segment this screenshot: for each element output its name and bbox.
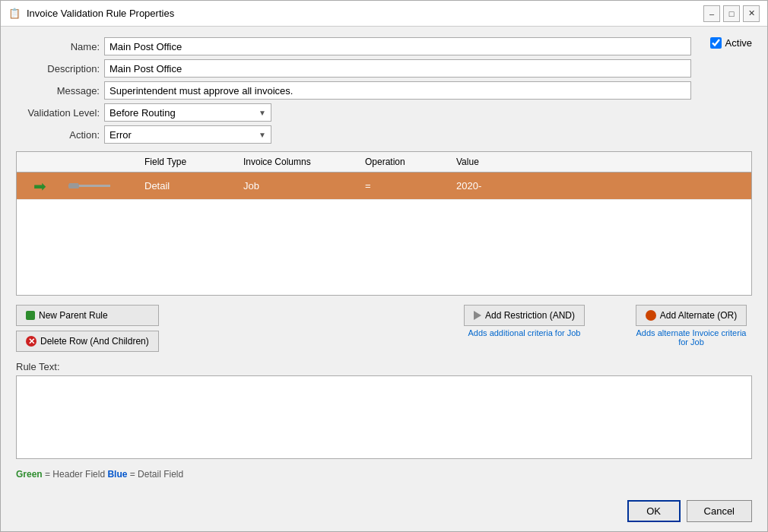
cancel-button[interactable]: Cancel [687, 500, 752, 522]
action-buttons-row: New Parent Rule ✕ Delete Row (And Childr… [16, 305, 752, 352]
add-alternate-hint: Adds alternate Invoice criteria for Job [630, 328, 752, 347]
col-header-fieldtype: Field Type [138, 155, 237, 169]
validation-level-dropdown[interactable]: Before Routing ▼ [104, 103, 271, 122]
active-label: Active [725, 37, 752, 49]
legend-blue-label: Blue [107, 469, 127, 480]
action-label: Action: [16, 129, 100, 141]
action-dropdown[interactable]: Error ▼ [104, 125, 271, 144]
new-parent-rule-label: New Parent Rule [39, 310, 108, 321]
legend-equals2: = Detail Field [130, 469, 183, 480]
validation-level-value: Before Routing [109, 107, 176, 119]
row-arrow-cell: ➡ [17, 176, 62, 197]
action-value: Error [109, 129, 132, 141]
red-dot-icon: ✕ [26, 336, 36, 347]
add-alternate-label: Add Alternate (OR) [660, 310, 737, 321]
legend-green-label: Green [16, 469, 43, 480]
main-window: 📋 Invoice Validation Rule Properties – □… [0, 0, 768, 532]
add-restriction-label: Add Restriction (AND) [485, 310, 575, 321]
col-header-icon [17, 155, 62, 169]
title-bar-left: 📋 Invoice Validation Rule Properties [8, 8, 174, 20]
green-dot-icon [26, 311, 35, 320]
close-button[interactable]: ✕ [743, 5, 760, 22]
play-icon [474, 311, 481, 320]
message-label: Message: [16, 85, 100, 97]
active-checkbox-area: Active [710, 37, 752, 49]
add-restriction-hint: Adds additional criteria for Job [468, 328, 581, 337]
rule-text-input[interactable] [16, 375, 752, 459]
maximize-button[interactable]: □ [723, 5, 740, 22]
grid-header: Field Type Invoice Columns Operation Val… [17, 152, 751, 173]
app-icon: 📋 [8, 8, 21, 20]
add-alternate-button[interactable]: Add Alternate (OR) [636, 305, 747, 326]
ok-button[interactable]: OK [627, 500, 681, 522]
row-indicator-cell [62, 183, 138, 188]
delete-row-label: Delete Row (And Children) [40, 336, 149, 347]
legend: Green = Header Field Blue = Detail Field [16, 469, 752, 480]
window-title: Invoice Validation Rule Properties [27, 8, 174, 19]
content-area: Name: Description: Message: Validation L… [1, 27, 767, 494]
delete-row-button[interactable]: ✕ Delete Row (And Children) [16, 331, 159, 352]
title-bar-controls: – □ ✕ [703, 5, 760, 22]
name-input[interactable] [104, 37, 691, 55]
rule-text-section: Rule Text: [16, 361, 752, 461]
legend-equals1: = Header Field [45, 469, 107, 480]
right-arrow-icon: ➡ [23, 177, 56, 195]
description-input[interactable] [104, 59, 691, 78]
new-parent-rule-button[interactable]: New Parent Rule [16, 305, 159, 326]
action-dropdown-arrow-icon: ▼ [259, 131, 266, 139]
footer: OK Cancel [1, 494, 767, 531]
add-restriction-group: Add Restriction (AND) Adds additional cr… [464, 305, 585, 347]
row-operation: = [359, 179, 450, 193]
col-header-operation: Operation [359, 155, 450, 169]
orange-dot-icon [646, 310, 656, 321]
left-buttons: New Parent Rule ✕ Delete Row (And Childr… [16, 305, 159, 352]
grid-body: ➡ Detail Job = 2020- [17, 173, 751, 295]
row-value: 2020- [450, 179, 751, 193]
form-header: Name: Description: Message: Validation L… [16, 37, 752, 144]
add-alternate-group: Add Alternate (OR) Adds alternate Invoic… [630, 305, 752, 347]
validation-level-label: Validation Level: [16, 107, 100, 119]
col-header-indicator [62, 155, 138, 169]
message-input[interactable] [104, 81, 691, 100]
row-invoicecols: Job [237, 179, 359, 193]
col-header-value: Value [450, 155, 751, 169]
description-label: Description: [16, 63, 100, 74]
title-bar: 📋 Invoice Validation Rule Properties – □… [1, 1, 767, 27]
table-row[interactable]: ➡ Detail Job = 2020- [17, 173, 751, 200]
col-header-invoicecols: Invoice Columns [237, 155, 359, 169]
dropdown-arrow-icon: ▼ [259, 109, 266, 117]
form-fields: Name: Description: Message: Validation L… [16, 37, 752, 144]
minimize-button[interactable]: – [703, 5, 720, 22]
right-buttons: Add Restriction (AND) Adds additional cr… [165, 305, 752, 347]
row-fieldtype: Detail [138, 179, 237, 193]
name-label: Name: [16, 41, 100, 52]
slider-indicator [68, 185, 132, 187]
rules-grid: Field Type Invoice Columns Operation Val… [16, 151, 752, 296]
active-check-group: Active [710, 37, 752, 49]
active-checkbox[interactable] [710, 37, 722, 49]
rule-text-label: Rule Text: [16, 361, 752, 372]
add-restriction-button[interactable]: Add Restriction (AND) [464, 305, 585, 326]
